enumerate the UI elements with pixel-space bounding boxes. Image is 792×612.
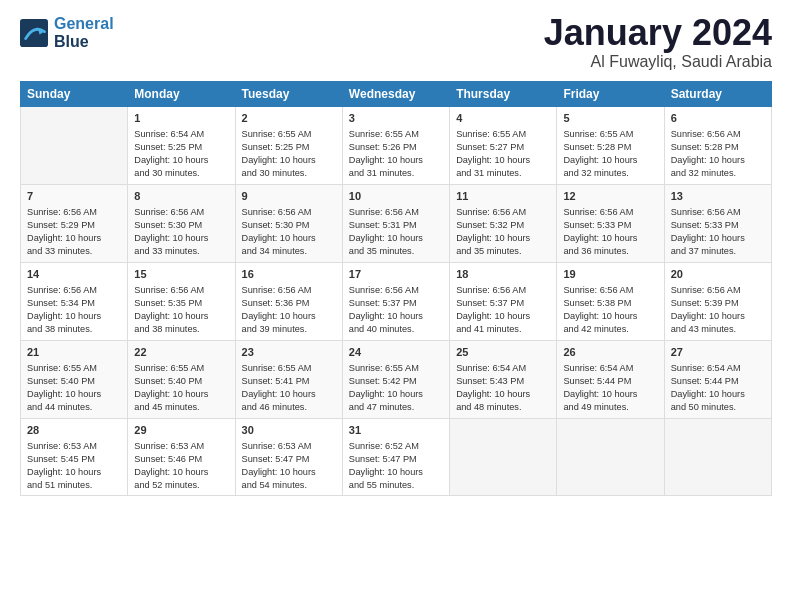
day-info: Sunrise: 6:54 AM Sunset: 5:43 PM Dayligh… xyxy=(456,362,550,414)
day-info: Sunrise: 6:55 AM Sunset: 5:27 PM Dayligh… xyxy=(456,128,550,180)
day-cell: 20Sunrise: 6:56 AM Sunset: 5:39 PM Dayli… xyxy=(664,262,771,340)
day-number: 28 xyxy=(27,423,121,438)
day-info: Sunrise: 6:54 AM Sunset: 5:25 PM Dayligh… xyxy=(134,128,228,180)
day-info: Sunrise: 6:56 AM Sunset: 5:34 PM Dayligh… xyxy=(27,284,121,336)
day-info: Sunrise: 6:56 AM Sunset: 5:29 PM Dayligh… xyxy=(27,206,121,258)
day-number: 7 xyxy=(27,189,121,204)
day-number: 23 xyxy=(242,345,336,360)
day-number: 2 xyxy=(242,111,336,126)
svg-rect-0 xyxy=(20,19,48,47)
day-cell: 7Sunrise: 6:56 AM Sunset: 5:29 PM Daylig… xyxy=(21,184,128,262)
day-cell: 14Sunrise: 6:56 AM Sunset: 5:34 PM Dayli… xyxy=(21,262,128,340)
week-row-5: 28Sunrise: 6:53 AM Sunset: 5:45 PM Dayli… xyxy=(21,418,772,496)
day-info: Sunrise: 6:56 AM Sunset: 5:30 PM Dayligh… xyxy=(134,206,228,258)
day-info: Sunrise: 6:56 AM Sunset: 5:33 PM Dayligh… xyxy=(563,206,657,258)
day-number: 21 xyxy=(27,345,121,360)
day-number: 5 xyxy=(563,111,657,126)
logo-text: General Blue xyxy=(54,15,114,50)
day-cell: 21Sunrise: 6:55 AM Sunset: 5:40 PM Dayli… xyxy=(21,340,128,418)
day-number: 31 xyxy=(349,423,443,438)
week-row-2: 7Sunrise: 6:56 AM Sunset: 5:29 PM Daylig… xyxy=(21,184,772,262)
location-subtitle: Al Fuwayliq, Saudi Arabia xyxy=(544,53,772,71)
day-number: 18 xyxy=(456,267,550,282)
day-number: 30 xyxy=(242,423,336,438)
header-day-saturday: Saturday xyxy=(664,82,771,107)
day-cell xyxy=(557,418,664,496)
day-number: 11 xyxy=(456,189,550,204)
day-cell: 5Sunrise: 6:55 AM Sunset: 5:28 PM Daylig… xyxy=(557,107,664,185)
header-day-wednesday: Wednesday xyxy=(342,82,449,107)
week-row-1: 1Sunrise: 6:54 AM Sunset: 5:25 PM Daylig… xyxy=(21,107,772,185)
day-info: Sunrise: 6:56 AM Sunset: 5:37 PM Dayligh… xyxy=(349,284,443,336)
header-day-thursday: Thursday xyxy=(450,82,557,107)
header-day-monday: Monday xyxy=(128,82,235,107)
day-cell: 25Sunrise: 6:54 AM Sunset: 5:43 PM Dayli… xyxy=(450,340,557,418)
day-info: Sunrise: 6:55 AM Sunset: 5:25 PM Dayligh… xyxy=(242,128,336,180)
day-number: 25 xyxy=(456,345,550,360)
day-cell: 2Sunrise: 6:55 AM Sunset: 5:25 PM Daylig… xyxy=(235,107,342,185)
day-number: 13 xyxy=(671,189,765,204)
day-cell xyxy=(664,418,771,496)
day-number: 19 xyxy=(563,267,657,282)
day-cell: 18Sunrise: 6:56 AM Sunset: 5:37 PM Dayli… xyxy=(450,262,557,340)
day-info: Sunrise: 6:55 AM Sunset: 5:40 PM Dayligh… xyxy=(134,362,228,414)
day-number: 1 xyxy=(134,111,228,126)
title-area: January 2024 Al Fuwayliq, Saudi Arabia xyxy=(544,15,772,71)
day-cell: 30Sunrise: 6:53 AM Sunset: 5:47 PM Dayli… xyxy=(235,418,342,496)
day-number: 15 xyxy=(134,267,228,282)
day-info: Sunrise: 6:55 AM Sunset: 5:40 PM Dayligh… xyxy=(27,362,121,414)
day-cell: 17Sunrise: 6:56 AM Sunset: 5:37 PM Dayli… xyxy=(342,262,449,340)
day-number: 20 xyxy=(671,267,765,282)
day-cell: 19Sunrise: 6:56 AM Sunset: 5:38 PM Dayli… xyxy=(557,262,664,340)
day-number: 17 xyxy=(349,267,443,282)
day-info: Sunrise: 6:54 AM Sunset: 5:44 PM Dayligh… xyxy=(563,362,657,414)
day-info: Sunrise: 6:56 AM Sunset: 5:37 PM Dayligh… xyxy=(456,284,550,336)
day-cell: 3Sunrise: 6:55 AM Sunset: 5:26 PM Daylig… xyxy=(342,107,449,185)
day-number: 10 xyxy=(349,189,443,204)
week-row-4: 21Sunrise: 6:55 AM Sunset: 5:40 PM Dayli… xyxy=(21,340,772,418)
week-row-3: 14Sunrise: 6:56 AM Sunset: 5:34 PM Dayli… xyxy=(21,262,772,340)
day-cell: 12Sunrise: 6:56 AM Sunset: 5:33 PM Dayli… xyxy=(557,184,664,262)
day-cell: 1Sunrise: 6:54 AM Sunset: 5:25 PM Daylig… xyxy=(128,107,235,185)
day-number: 14 xyxy=(27,267,121,282)
day-info: Sunrise: 6:56 AM Sunset: 5:33 PM Dayligh… xyxy=(671,206,765,258)
day-cell: 24Sunrise: 6:55 AM Sunset: 5:42 PM Dayli… xyxy=(342,340,449,418)
day-number: 4 xyxy=(456,111,550,126)
day-cell: 10Sunrise: 6:56 AM Sunset: 5:31 PM Dayli… xyxy=(342,184,449,262)
day-number: 12 xyxy=(563,189,657,204)
day-info: Sunrise: 6:56 AM Sunset: 5:39 PM Dayligh… xyxy=(671,284,765,336)
day-info: Sunrise: 6:53 AM Sunset: 5:45 PM Dayligh… xyxy=(27,440,121,492)
header-row: SundayMondayTuesdayWednesdayThursdayFrid… xyxy=(21,82,772,107)
day-info: Sunrise: 6:56 AM Sunset: 5:32 PM Dayligh… xyxy=(456,206,550,258)
day-number: 6 xyxy=(671,111,765,126)
day-cell xyxy=(450,418,557,496)
day-cell: 23Sunrise: 6:55 AM Sunset: 5:41 PM Dayli… xyxy=(235,340,342,418)
day-cell: 27Sunrise: 6:54 AM Sunset: 5:44 PM Dayli… xyxy=(664,340,771,418)
day-number: 29 xyxy=(134,423,228,438)
day-info: Sunrise: 6:53 AM Sunset: 5:47 PM Dayligh… xyxy=(242,440,336,492)
day-cell: 11Sunrise: 6:56 AM Sunset: 5:32 PM Dayli… xyxy=(450,184,557,262)
day-number: 3 xyxy=(349,111,443,126)
month-title: January 2024 xyxy=(544,15,772,51)
day-cell: 4Sunrise: 6:55 AM Sunset: 5:27 PM Daylig… xyxy=(450,107,557,185)
day-cell: 29Sunrise: 6:53 AM Sunset: 5:46 PM Dayli… xyxy=(128,418,235,496)
day-cell: 9Sunrise: 6:56 AM Sunset: 5:30 PM Daylig… xyxy=(235,184,342,262)
day-info: Sunrise: 6:55 AM Sunset: 5:28 PM Dayligh… xyxy=(563,128,657,180)
day-info: Sunrise: 6:56 AM Sunset: 5:35 PM Dayligh… xyxy=(134,284,228,336)
day-info: Sunrise: 6:55 AM Sunset: 5:42 PM Dayligh… xyxy=(349,362,443,414)
header-day-tuesday: Tuesday xyxy=(235,82,342,107)
day-info: Sunrise: 6:56 AM Sunset: 5:36 PM Dayligh… xyxy=(242,284,336,336)
day-cell: 6Sunrise: 6:56 AM Sunset: 5:28 PM Daylig… xyxy=(664,107,771,185)
day-cell: 13Sunrise: 6:56 AM Sunset: 5:33 PM Dayli… xyxy=(664,184,771,262)
day-cell: 22Sunrise: 6:55 AM Sunset: 5:40 PM Dayli… xyxy=(128,340,235,418)
day-info: Sunrise: 6:55 AM Sunset: 5:41 PM Dayligh… xyxy=(242,362,336,414)
day-number: 16 xyxy=(242,267,336,282)
header-day-friday: Friday xyxy=(557,82,664,107)
logo-icon xyxy=(20,19,48,47)
day-cell: 26Sunrise: 6:54 AM Sunset: 5:44 PM Dayli… xyxy=(557,340,664,418)
day-info: Sunrise: 6:53 AM Sunset: 5:46 PM Dayligh… xyxy=(134,440,228,492)
day-number: 8 xyxy=(134,189,228,204)
day-info: Sunrise: 6:56 AM Sunset: 5:30 PM Dayligh… xyxy=(242,206,336,258)
day-cell: 28Sunrise: 6:53 AM Sunset: 5:45 PM Dayli… xyxy=(21,418,128,496)
day-info: Sunrise: 6:56 AM Sunset: 5:31 PM Dayligh… xyxy=(349,206,443,258)
